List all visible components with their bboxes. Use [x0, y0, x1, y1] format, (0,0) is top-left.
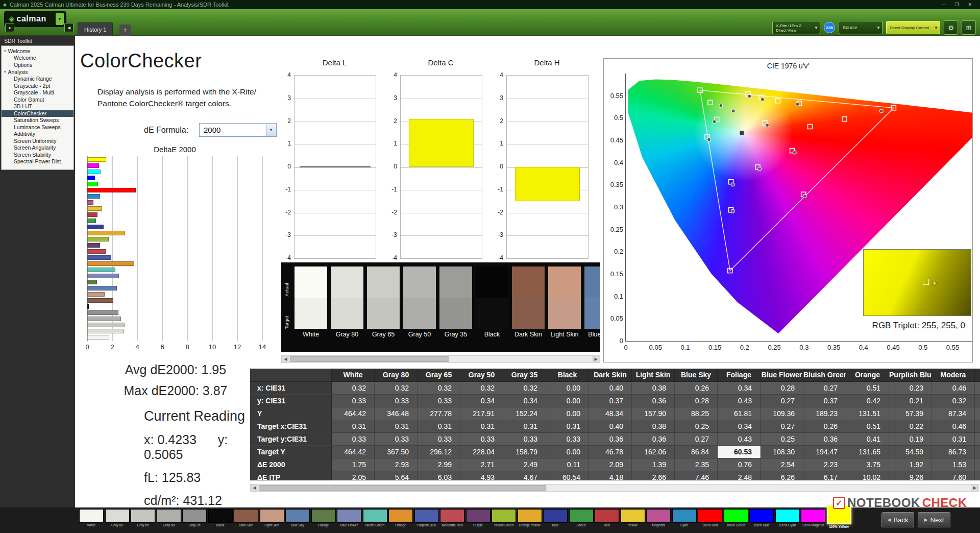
delta-c-y-axis: 43210-1-2-3-4 [385, 75, 398, 258]
patch-chip-bluish-green[interactable]: Bluish Green [363, 509, 387, 527]
patch-chip-red[interactable]: Red [595, 509, 619, 527]
patch-chip-100-red[interactable]: 100% Red [698, 509, 722, 527]
scrollbar-thumb[interactable] [290, 356, 449, 362]
sidebar-item-screen-stability[interactable]: Screen Stability [2, 152, 74, 159]
reading-count-badge[interactable]: 235 [824, 22, 835, 33]
patch-chip-100-blue[interactable]: 100% Blue [749, 509, 774, 527]
patch-chip-gray-80[interactable]: Gray 80 [105, 509, 130, 527]
panel-menu-button[interactable]: ● [5, 23, 14, 32]
table-cell: 61.81 [718, 407, 761, 420]
sidebar-item-options[interactable]: Options [2, 62, 74, 69]
scroll-right-icon[interactable]: ▶ [971, 484, 978, 491]
sidebar-item-spectral-power-dist[interactable]: Spectral Power Dist. [2, 158, 74, 165]
patch-chip-100-magenta[interactable]: 100% Magenta [801, 509, 825, 527]
sidebar-item-screen-uniformity[interactable]: Screen Uniformity [2, 138, 74, 145]
minimize-button[interactable]: ─ [942, 2, 945, 7]
swatch-name: Black [476, 331, 508, 338]
chevron-down-icon[interactable]: ▼ [266, 124, 276, 136]
patch-chip-green[interactable]: Green [569, 509, 594, 527]
sidebar-item-luminance-sweeps[interactable]: Luminance Sweeps [2, 124, 74, 131]
patch-chip-100-green[interactable]: 100% Green [724, 509, 748, 527]
column-header-dark-skin: Dark Skin [589, 369, 632, 381]
patch-chip-light-skin[interactable]: Light Skin [260, 509, 284, 527]
source-label: Source [843, 25, 857, 30]
patch-name: 100% Green [724, 523, 748, 527]
settings-gear-button[interactable]: ⚙ [944, 20, 958, 35]
patch-chip-yellow-green[interactable]: Yellow Green [492, 509, 516, 527]
axis-tick-label: 3 [385, 94, 397, 102]
measurement-marker [731, 183, 734, 186]
max-de2000: Max dE2000: 3.87 [81, 383, 270, 398]
tab-history-1[interactable]: History 1 [78, 22, 113, 36]
swatch-comparison-strip: Actual Target WhiteGray 80Gray 65Gray 50… [281, 262, 600, 352]
patch-chip-black[interactable]: Black [208, 509, 233, 527]
sidebar-item-3d-lut[interactable]: 3D LUT [2, 103, 74, 110]
patch-chip-blue-flower[interactable]: Blue Flower [337, 509, 361, 527]
patch-chip-white[interactable]: White [79, 509, 104, 527]
scroll-left-icon[interactable]: ◀ [282, 356, 289, 362]
patch-chip-magenta[interactable]: Magenta [646, 509, 671, 527]
patch-chip-dark-skin[interactable]: Dark Skin [234, 509, 258, 527]
tree-expander-icon[interactable]: ▾ [4, 48, 6, 54]
maximize-button[interactable]: ❐ [954, 2, 959, 7]
table-cell: 2.99 [418, 458, 460, 471]
patch-chip-purple[interactable]: Purple [466, 509, 491, 527]
tree-expander-icon[interactable]: ▾ [4, 69, 6, 75]
patch-chip-cyan[interactable]: Cyan [672, 509, 697, 527]
sidebar-item-saturation-sweeps[interactable]: Saturation Sweeps [2, 117, 74, 124]
display-control-dropdown[interactable]: Direct Display Control ▼ [886, 21, 940, 34]
measurement-marker [719, 104, 723, 107]
axis-tick-label: 0.15 [605, 270, 623, 278]
sidebar-group-welcome[interactable]: ▾Welcome [2, 47, 74, 55]
collapse-sidebar-button[interactable]: ◀ [64, 23, 74, 32]
measurement-marker [761, 98, 764, 101]
patch-chip-moderate-red[interactable]: Moderate Red [440, 509, 464, 527]
sidebar-item-colorchecker[interactable]: ColorChecker [2, 110, 74, 117]
add-tab-button[interactable]: + [119, 25, 131, 36]
patch-chip-foliage[interactable]: Foliage [311, 509, 336, 527]
patch-chip-100-yellow[interactable]: 100% Yellow [827, 509, 851, 528]
sidebar-item-screen-angularity[interactable]: Screen Angularity [2, 144, 74, 152]
scroll-left-icon[interactable]: ◀ [251, 484, 258, 491]
sidebar-item-grayscale-2pt[interactable]: Grayscale - 2pt [2, 83, 74, 90]
sidebar-item-color-gamut[interactable]: Color Gamut [2, 96, 74, 104]
patch-chip-blue-sky[interactable]: Blue Sky [285, 509, 310, 527]
swatch-strip-scrollbar[interactable]: ◀ ▶ [281, 355, 600, 363]
sidebar-group-analysis[interactable]: ▾Analysis [2, 68, 74, 76]
patch-chip-purplish-blue[interactable]: Purplish Blue [414, 509, 439, 527]
sidebar-item-dynamic-range[interactable]: Dynamic Range [2, 76, 74, 83]
patch-chip-gray-35[interactable]: Gray 35 [182, 509, 207, 527]
logo-menu-caret-icon[interactable]: ▼ [56, 13, 64, 25]
bar-gray-50 [87, 317, 121, 321]
patch-chip-blue[interactable]: Blue [543, 509, 568, 527]
scroll-right-icon[interactable]: ▶ [592, 356, 600, 362]
calman-app: ◆ Calman 2025 Calman Ultimate for Busine… [0, 0, 980, 533]
scrollbar-thumb[interactable] [259, 485, 546, 491]
patch-chip-yellow[interactable]: Yellow [621, 509, 645, 527]
cie-y-axis-labels: 0.550.50.450.40.350.30.250.20.150.10.050 [605, 59, 623, 362]
table-cell: 0.33 [332, 433, 375, 445]
patch-chip-orange-yellow[interactable]: Orange Yellow [518, 509, 542, 527]
sidebar-item-additivity[interactable]: Additivity [2, 131, 74, 138]
patch-chip-gray-50[interactable]: Gray 50 [157, 509, 181, 527]
close-button[interactable]: ✕ [968, 2, 972, 7]
next-button[interactable]: ▶ Next [918, 512, 950, 527]
source-dropdown[interactable]: Source ▼ [839, 21, 883, 34]
de-formula-dropdown[interactable]: 2000 ▼ [199, 123, 277, 137]
meter-dropdown[interactable]: X-Rite i1Pro 2 Direct View ▼ [772, 21, 820, 34]
table-scrollbar[interactable]: ◀ ▶ [250, 484, 979, 492]
table-cell: 6.03 [418, 471, 460, 480]
table-cell: 0.27 [761, 395, 803, 407]
sidebar-item-welcome[interactable]: Welcome [2, 55, 74, 62]
patch-chip-orange[interactable]: Orange [388, 509, 413, 527]
patch-chip-100-cyan[interactable]: 100% Cyan [775, 509, 800, 527]
patch-chip-gray-65[interactable]: Gray 65 [131, 509, 155, 527]
sidebar-item-grayscale-multi[interactable]: Grayscale - Multi [2, 89, 74, 96]
axis-tick-label: 0.05 [645, 344, 666, 351]
target-marker [807, 124, 812, 129]
layout-button[interactable]: ⊞ [962, 20, 976, 35]
back-button[interactable]: ◀ Back [881, 512, 914, 527]
swatch-gray-65 [367, 266, 400, 329]
table-cell: 86.73 [932, 446, 975, 458]
table-cell: 0.31 [332, 420, 375, 432]
